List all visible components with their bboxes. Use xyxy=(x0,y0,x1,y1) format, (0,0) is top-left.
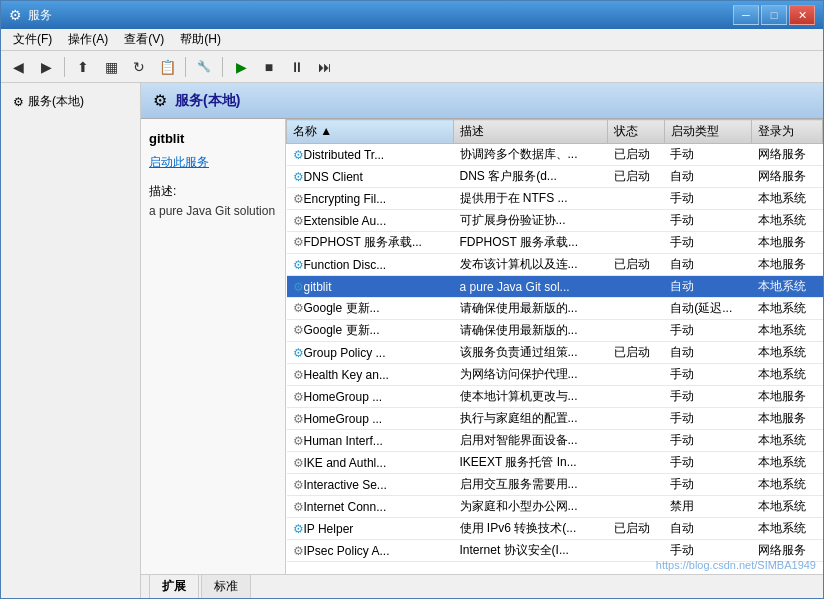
left-panel: ⚙ 服务(本地) xyxy=(1,83,141,598)
table-row[interactable]: ⚙HomeGroup ... 使本地计算机更改与... 手动 本地服务 xyxy=(287,386,823,408)
table-row[interactable]: ⚙Interactive Se... 启用交互服务需要用... 手动 本地系统 xyxy=(287,474,823,496)
col-header-status[interactable]: 状态 xyxy=(608,120,665,144)
table-row[interactable]: ⚙Function Disc... 发布该计算机以及连... 已启动 自动 本地… xyxy=(287,254,823,276)
table-row[interactable]: ⚙IKE and Authl... IKEEXT 服务托管 In... 手动 本… xyxy=(287,452,823,474)
window-icon: ⚙ xyxy=(9,7,22,23)
cell-startup: 手动 xyxy=(664,452,751,474)
cell-desc: 使本地计算机更改与... xyxy=(454,386,608,408)
restart-button[interactable]: ⏭ xyxy=(312,54,338,80)
cell-startup: 自动 xyxy=(664,342,751,364)
col-header-logon[interactable]: 登录为 xyxy=(752,120,823,144)
cell-startup: 自动 xyxy=(664,276,751,298)
tab-extended[interactable]: 扩展 xyxy=(149,574,199,598)
title-bar: ⚙ 服务 ─ □ ✕ xyxy=(1,1,823,29)
col-header-startup[interactable]: 启动类型 xyxy=(664,120,751,144)
table-row[interactable]: ⚙Distributed Tr... 协调跨多个数据库、... 已启动 手动 网… xyxy=(287,144,823,166)
cell-startup: 禁用 xyxy=(664,496,751,518)
service-icon: ⚙ xyxy=(293,346,304,360)
minimize-button[interactable]: ─ xyxy=(733,5,759,25)
properties-button[interactable]: 🔧 xyxy=(191,54,217,80)
table-row[interactable]: ⚙Extensible Au... 可扩展身份验证协... 手动 本地系统 xyxy=(287,210,823,232)
cell-desc: 执行与家庭组的配置... xyxy=(454,408,608,430)
table-row[interactable]: ⚙Health Key an... 为网络访问保护代理... 手动 本地系统 xyxy=(287,364,823,386)
menu-view[interactable]: 查看(V) xyxy=(116,29,172,50)
services-table: 名称 ▲ 描述 状态 启动类型 xyxy=(286,119,823,562)
cell-name: ⚙IPsec Policy A... xyxy=(287,540,454,562)
tab-standard[interactable]: 标准 xyxy=(201,574,251,598)
cell-status: 已启动 xyxy=(608,144,665,166)
cell-logon: 网络服务 xyxy=(752,144,823,166)
stop-button[interactable]: ■ xyxy=(256,54,282,80)
menu-file[interactable]: 文件(F) xyxy=(5,29,60,50)
cell-startup: 手动 xyxy=(664,232,751,254)
cell-logon: 本地系统 xyxy=(752,364,823,386)
menu-help[interactable]: 帮助(H) xyxy=(172,29,229,50)
table-row[interactable]: ⚙Group Policy ... 该服务负责通过组策... 已启动 自动 本地… xyxy=(287,342,823,364)
close-button[interactable]: ✕ xyxy=(789,5,815,25)
refresh-button[interactable]: ↻ xyxy=(126,54,152,80)
cell-desc: 可扩展身份验证协... xyxy=(454,210,608,232)
cell-startup: 手动 xyxy=(664,320,751,342)
cell-desc: Internet 协议安全(I... xyxy=(454,540,608,562)
service-icon: ⚙ xyxy=(293,434,304,448)
export-button[interactable]: 📋 xyxy=(154,54,180,80)
cell-status xyxy=(608,452,665,474)
pause-button[interactable]: ⏸ xyxy=(284,54,310,80)
cell-desc: 启用交互服务需要用... xyxy=(454,474,608,496)
content-split: gitblit 启动此服务 描述: a pure Java Git soluti… xyxy=(141,119,823,574)
col-header-name[interactable]: 名称 ▲ xyxy=(287,120,454,144)
table-row[interactable]: ⚙Google 更新... 请确保使用最新版的... 手动 本地系统 xyxy=(287,320,823,342)
cell-startup: 手动 xyxy=(664,364,751,386)
table-row[interactable]: ⚙FDPHOST 服务承载... FDPHOST 服务承载... 手动 本地服务 xyxy=(287,232,823,254)
table-row[interactable]: ⚙Human Interf... 启用对智能界面设备... 手动 本地系统 xyxy=(287,430,823,452)
cell-name: ⚙Internet Conn... xyxy=(287,496,454,518)
service-icon: ⚙ xyxy=(293,214,304,228)
service-icon: ⚙ xyxy=(293,323,304,337)
forward-button[interactable]: ▶ xyxy=(33,54,59,80)
up-button[interactable]: ⬆ xyxy=(70,54,96,80)
cell-logon: 本地系统 xyxy=(752,452,823,474)
table-row[interactable]: ⚙HomeGroup ... 执行与家庭组的配置... 手动 本地服务 xyxy=(287,408,823,430)
cell-name: ⚙Interactive Se... xyxy=(287,474,454,496)
maximize-button[interactable]: □ xyxy=(761,5,787,25)
tree-label: 服务(本地) xyxy=(28,93,84,110)
cell-startup: 自动 xyxy=(664,518,751,540)
table-row[interactable]: ⚙Internet Conn... 为家庭和小型办公网... 禁用 本地系统 xyxy=(287,496,823,518)
back-button[interactable]: ◀ xyxy=(5,54,31,80)
cell-status xyxy=(608,364,665,386)
show-hide-button[interactable]: ▦ xyxy=(98,54,124,80)
cell-desc: 发布该计算机以及连... xyxy=(454,254,608,276)
cell-logon: 本地服务 xyxy=(752,386,823,408)
table-row[interactable]: ⚙Encrypting Fil... 提供用于在 NTFS ... 手动 本地系… xyxy=(287,188,823,210)
menu-action[interactable]: 操作(A) xyxy=(60,29,116,50)
cell-startup: 手动 xyxy=(664,188,751,210)
cell-status xyxy=(608,408,665,430)
services-table-container[interactable]: 名称 ▲ 描述 状态 启动类型 xyxy=(286,119,823,574)
bottom-tabs: 扩展 标准 xyxy=(141,574,823,598)
col-header-desc[interactable]: 描述 xyxy=(454,120,608,144)
start-button[interactable]: ▶ xyxy=(228,54,254,80)
table-row[interactable]: ⚙IP Helper 使用 IPv6 转换技术(... 已启动 自动 本地系统 xyxy=(287,518,823,540)
cell-startup: 手动 xyxy=(664,386,751,408)
window-title: 服务 xyxy=(28,7,52,24)
table-row[interactable]: ⚙Google 更新... 请确保使用最新版的... 自动(延迟... 本地系统 xyxy=(287,298,823,320)
start-service-link[interactable]: 启动此服务 xyxy=(149,154,277,171)
cell-name: ⚙Human Interf... xyxy=(287,430,454,452)
service-icon: ⚙ xyxy=(293,456,304,470)
cell-logon: 本地系统 xyxy=(752,474,823,496)
cell-status xyxy=(608,320,665,342)
cell-startup: 自动 xyxy=(664,166,751,188)
cell-desc: DNS 客户服务(d... xyxy=(454,166,608,188)
tree-item-local[interactable]: ⚙ 服务(本地) xyxy=(9,91,132,112)
cell-startup: 手动 xyxy=(664,430,751,452)
cell-name: ⚙Health Key an... xyxy=(287,364,454,386)
cell-logon: 本地服务 xyxy=(752,408,823,430)
cell-status xyxy=(608,298,665,320)
table-row[interactable]: ⚙DNS Client DNS 客户服务(d... 已启动 自动 网络服务 xyxy=(287,166,823,188)
service-icon: ⚙ xyxy=(293,280,304,294)
table-row[interactable]: ⚙gitblit a pure Java Git sol... 自动 本地系统 xyxy=(287,276,823,298)
cell-logon: 本地服务 xyxy=(752,254,823,276)
cell-logon: 本地系统 xyxy=(752,518,823,540)
cell-name: ⚙Google 更新... xyxy=(287,298,454,320)
cell-logon: 本地服务 xyxy=(752,232,823,254)
